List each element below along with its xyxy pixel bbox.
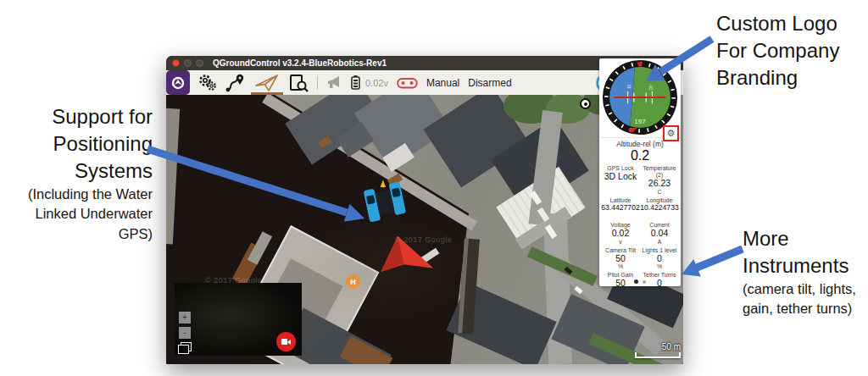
telemetry-unit [601, 182, 640, 188]
window-title: QGroundControl v3.2.4-BlueRobotics-Rev1 [213, 58, 387, 68]
telemetry-value: 26.23 [640, 179, 679, 189]
gear-icon: ⚙ [667, 129, 676, 138]
telemetry-value: 0 [640, 254, 679, 264]
pitch-label: 10 [627, 84, 632, 89]
boat-flag [380, 180, 386, 187]
arrow-to-instruments [682, 249, 743, 277]
telemetry-value: 50 [601, 254, 640, 264]
instrument-settings-button[interactable]: ⚙ [663, 125, 679, 141]
annotation-more-sub: (camera tilt, lights, gain, tether turns… [743, 279, 868, 319]
close-button[interactable] [172, 59, 180, 67]
annotation-more-title: More Instruments [743, 225, 868, 279]
qgc-logo-button[interactable] [166, 70, 190, 95]
telemetry-label: Temperature (2) [640, 165, 679, 179]
joystick-icon[interactable] [397, 75, 418, 90]
pitch-label: -10 [648, 84, 653, 90]
telemetry-unit [601, 212, 640, 218]
map-feature [340, 335, 393, 364]
telemetry-cell-current[interactable]: Current 0.04 A [640, 222, 679, 245]
page-dot-inactive[interactable] [643, 280, 646, 284]
screenshot-canvas: Support for Positioning Systems (Includi… [0, 0, 868, 376]
settings-gears-icon[interactable] [198, 75, 217, 91]
video-camera-icon [281, 339, 291, 345]
telemetry-cell-latitude[interactable]: Latitude 63.4427702 [601, 197, 640, 218]
telemetry-cell-gps[interactable]: GPS Lock 3D Lock [601, 165, 640, 195]
attitude-indicator[interactable]: 10 -10 197 ⚙ [599, 59, 681, 137]
qgroundcontrol-window: QGroundControl v3.2.4-BlueRobotics-Rev1 [166, 56, 683, 364]
boat-detail [366, 195, 376, 205]
arm-status-indicator[interactable]: Disarmed [468, 77, 511, 89]
telemetry-value: 63.4427702 [601, 204, 640, 212]
telemetry-cell-voltage[interactable]: Voltage 0.02 v [601, 222, 640, 245]
panel-page-dots[interactable] [599, 279, 681, 284]
home-label: H [350, 278, 356, 286]
home-marker[interactable]: H [346, 274, 360, 289]
minimize-button[interactable] [184, 59, 192, 67]
flight-mode-indicator[interactable]: Manual [426, 77, 459, 89]
telemetry-value: 10.4224733 [640, 204, 679, 212]
annotation-branding: Custom Logo For Company Branding [716, 10, 865, 91]
telemetry-unit: % [640, 263, 679, 270]
qgc-logo-icon [170, 75, 186, 91]
telemetry-cell-camera-tilt[interactable]: Camera Tilt 50 % [601, 247, 640, 270]
annotation-positioning-title: Support for Positioning Systems [5, 103, 153, 185]
scale-label: 50 m [635, 342, 681, 351]
telemetry-unit: C [640, 189, 679, 196]
telemetry-value: 0.02 [601, 229, 640, 239]
swap-view-icon[interactable] [178, 342, 192, 353]
altitude-value: 0.2 [599, 148, 681, 163]
zoom-out-button[interactable]: - [179, 327, 191, 339]
maximize-button[interactable] [196, 59, 203, 67]
fly-paperplane-icon[interactable] [254, 73, 280, 93]
record-button[interactable] [276, 332, 296, 351]
annotation-branding-title: Custom Logo For Company Branding [716, 10, 865, 91]
telemetry-value: 0.04 [640, 229, 679, 239]
instrument-panel[interactable]: 10 -10 197 ⚙ Altitude-rel (m) 0.2 GPS L [599, 58, 681, 286]
analyze-log-icon[interactable] [288, 74, 309, 92]
battery-icon[interactable] [351, 75, 360, 90]
map-watermark: © 2017 Google [395, 235, 452, 244]
telemetry-grid: GPS Lock 3D Lock Temperature (2) 26.23 C… [599, 163, 681, 286]
boat-detail [392, 188, 401, 198]
telemetry-cell-lights[interactable]: Lights 1 level 0 % [640, 247, 679, 270]
annotation-positioning: Support for Positioning Systems (Includi… [5, 103, 153, 244]
telemetry-value: 3D Lock [601, 172, 640, 182]
scale-bar: 50 m [635, 342, 681, 358]
telemetry-unit: % [601, 263, 640, 270]
telemetry-unit [640, 212, 679, 218]
toolbar-separator [317, 76, 318, 90]
annotation-positioning-sub: (Including the Water Linked Underwater G… [5, 185, 153, 244]
zoom-in-button[interactable]: + [179, 312, 191, 323]
annotation-more-instruments: More Instruments (camera tilt, lights, g… [743, 225, 868, 319]
map-feature [166, 108, 180, 245]
video-feed[interactable]: + - [175, 283, 302, 356]
telemetry-unit: A [640, 239, 679, 246]
telemetry-unit: v [601, 239, 640, 246]
plan-waypoints-icon[interactable] [225, 74, 246, 92]
heading-value: 197 [634, 118, 646, 125]
scale-bracket [635, 352, 681, 358]
follow-indicator[interactable] [580, 98, 591, 109]
battery-voltage[interactable]: 0.02v [365, 78, 388, 88]
telemetry-cell-temperature[interactable]: Temperature (2) 26.23 C [640, 165, 679, 195]
telemetry-cell-longitude[interactable]: Longitude 10.4224733 [640, 197, 679, 218]
alerts-megaphone-icon[interactable] [326, 75, 342, 90]
page-dot-active[interactable] [634, 279, 638, 284]
